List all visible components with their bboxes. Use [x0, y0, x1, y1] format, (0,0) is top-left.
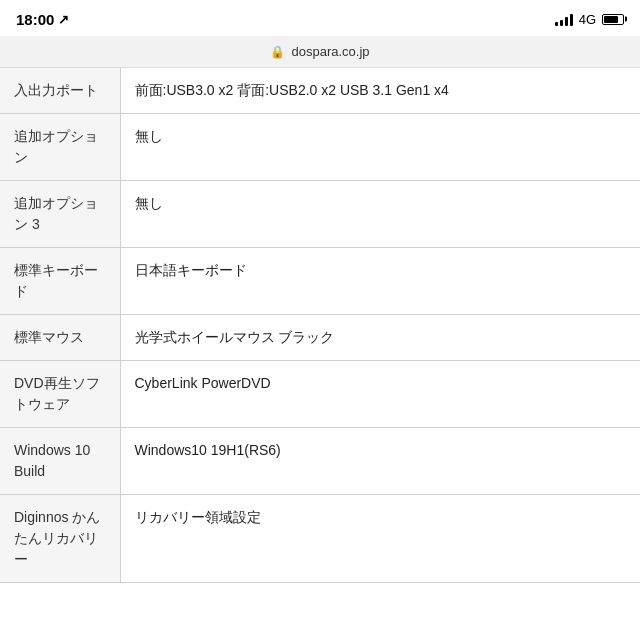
- time-display: 18:00: [16, 11, 54, 28]
- row-value-1: 無し: [120, 114, 640, 181]
- row-label-1: 追加オプション: [0, 114, 120, 181]
- row-label-7: Diginnos かんたんリカバリー: [0, 495, 120, 583]
- row-label-0: 入出力ポート: [0, 68, 120, 114]
- table-row: 追加オプション 3無し: [0, 181, 640, 248]
- row-value-0: 前面:USB3.0 x2 背面:USB2.0 x2 USB 3.1 Gen1 x…: [120, 68, 640, 114]
- row-label-5: DVD再生ソフトウェア: [0, 361, 120, 428]
- table-row: 標準マウス光学式ホイールマウス ブラック: [0, 315, 640, 361]
- row-value-5: CyberLink PowerDVD: [120, 361, 640, 428]
- address-bar[interactable]: 🔒 dospara.co.jp: [0, 36, 640, 68]
- row-value-6: Windows10 19H1(RS6): [120, 428, 640, 495]
- lock-icon: 🔒: [270, 45, 285, 59]
- table-row: Windows 10 BuildWindows10 19H1(RS6): [0, 428, 640, 495]
- row-value-3: 日本語キーボード: [120, 248, 640, 315]
- signal-bar-4: [570, 14, 573, 26]
- row-value-2: 無し: [120, 181, 640, 248]
- status-bar-left: 18:00 ↗: [16, 11, 69, 28]
- table-row: 入出力ポート前面:USB3.0 x2 背面:USB2.0 x2 USB 3.1 …: [0, 68, 640, 114]
- signal-bar-3: [565, 17, 568, 26]
- signal-bar-1: [555, 22, 558, 26]
- signal-icon: [555, 12, 573, 26]
- navigation-icon: ↗: [58, 12, 69, 27]
- table-row: 追加オプション無し: [0, 114, 640, 181]
- row-value-7: リカバリー領域設定: [120, 495, 640, 583]
- signal-bar-2: [560, 20, 563, 26]
- status-bar: 18:00 ↗ 4G: [0, 0, 640, 36]
- row-label-6: Windows 10 Build: [0, 428, 120, 495]
- row-label-3: 標準キーボード: [0, 248, 120, 315]
- battery-fill: [604, 16, 618, 23]
- table-row: Diginnos かんたんリカバリーリカバリー領域設定: [0, 495, 640, 583]
- table-row: 標準キーボード日本語キーボード: [0, 248, 640, 315]
- spec-table: 入出力ポート前面:USB3.0 x2 背面:USB2.0 x2 USB 3.1 …: [0, 68, 640, 583]
- table-row: DVD再生ソフトウェアCyberLink PowerDVD: [0, 361, 640, 428]
- url-text: dospara.co.jp: [291, 44, 369, 59]
- row-label-2: 追加オプション 3: [0, 181, 120, 248]
- row-label-4: 標準マウス: [0, 315, 120, 361]
- row-value-4: 光学式ホイールマウス ブラック: [120, 315, 640, 361]
- network-type: 4G: [579, 12, 596, 27]
- status-bar-right: 4G: [555, 12, 624, 27]
- battery-icon: [602, 14, 624, 25]
